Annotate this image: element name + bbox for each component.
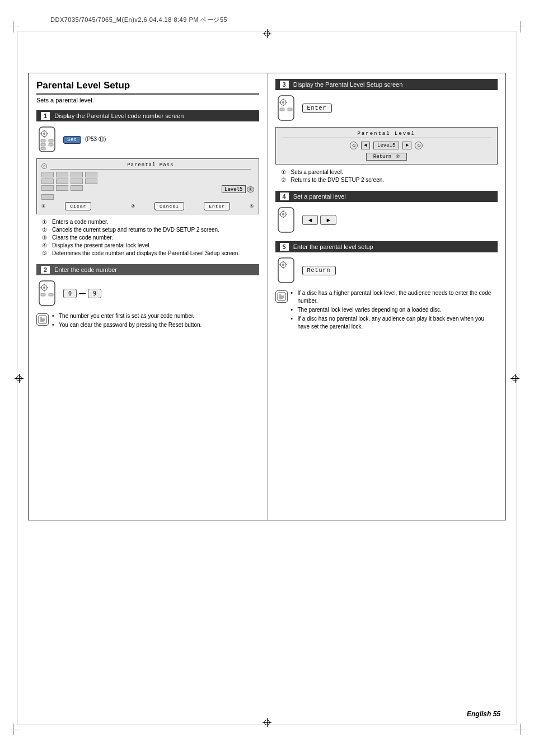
crosshair-right xyxy=(510,374,519,383)
svg-rect-20 xyxy=(49,293,53,296)
step1-buttons: Set (P53 ⑪) xyxy=(63,135,106,144)
cancel-circle: ② xyxy=(131,204,135,209)
step3-num: 3 xyxy=(280,81,289,88)
step5-header: 5 Enter the parental level setup xyxy=(275,241,498,252)
svg-rect-33 xyxy=(280,108,284,111)
corner-mark-tl xyxy=(10,22,17,29)
left-column: Parental Level Setup Sets a parental lev… xyxy=(29,73,268,520)
step5-bullet2: • The parental lock level varies dependi… xyxy=(291,306,498,314)
parental-level-screen: Parental Level ① ◄ Level5 ► ① Return ② xyxy=(275,127,498,165)
page-title: Parental Level Setup xyxy=(36,80,259,95)
info-svg xyxy=(38,315,47,324)
step2-info-box: • The number you enter first is set as y… xyxy=(36,312,259,330)
pl-circle-right: ① xyxy=(415,142,423,149)
pl-screen-title: Parental Level xyxy=(282,131,492,138)
screen-circle-icon: ○ xyxy=(41,163,47,169)
step2-content-row: 0 — 9 xyxy=(36,280,259,307)
step1-header: 1 Display the Parental Level code number… xyxy=(36,110,259,121)
level-badge-step1: Level5 xyxy=(222,185,246,193)
step4-header: 4 Set a parental level xyxy=(275,191,498,202)
step3-section: 3 Display the Parental Level Setup scree… xyxy=(275,79,498,183)
step1-note2: ② Cancels the current setup and returns … xyxy=(42,227,259,233)
step1-note1: ① Enters a code number. xyxy=(42,219,259,225)
info-icon-step5 xyxy=(275,290,288,303)
step1-notes: ① Enters a code number. ② Cancels the cu… xyxy=(42,219,259,256)
pl-arrow-left[interactable]: ◄ xyxy=(361,142,370,149)
svg-rect-19 xyxy=(41,293,45,296)
step3-content-row: Enter xyxy=(275,95,498,121)
info-svg-5 xyxy=(277,292,286,301)
info-icon-step2 xyxy=(36,313,49,326)
step3-label: Display the Parental Level Setup screen xyxy=(293,81,403,88)
screen-circle-indicator: ① xyxy=(41,204,45,209)
dash-separator: — xyxy=(79,289,86,297)
arrow-left-btn[interactable]: ◄ xyxy=(302,215,318,225)
svg-rect-21 xyxy=(39,316,46,323)
svg-rect-7 xyxy=(41,139,45,142)
svg-point-37 xyxy=(282,213,284,215)
cancel-btn[interactable]: Cancel xyxy=(154,202,184,210)
instruction-box: Parental Level Setup Sets a parental lev… xyxy=(28,73,506,520)
return-circle: ② xyxy=(396,154,400,159)
step2-num: 2 xyxy=(41,266,50,274)
step5-num: 5 xyxy=(280,243,289,251)
screen-bottom: ① Clear ② Cancel Enter ⑤ xyxy=(41,202,254,210)
step5-bullet1: • If a disc has a higher parental lock l… xyxy=(291,289,498,305)
main-content: Parental Level Setup Sets a parental lev… xyxy=(28,73,506,700)
step1-note4: ④ Displays the present parental lock lev… xyxy=(42,242,259,248)
key-9[interactable]: 9 xyxy=(88,289,101,298)
step1-hint: (P53 ⑪) xyxy=(85,136,106,142)
enter-btn-step3[interactable]: Enter xyxy=(302,104,332,113)
svg-point-14 xyxy=(43,287,45,289)
svg-point-44 xyxy=(282,264,284,266)
remote-icon-step1 xyxy=(36,126,58,153)
svg-rect-42 xyxy=(278,258,294,283)
num-keys: 0 — 9 xyxy=(63,289,101,298)
step4-label: Set a parental level xyxy=(293,193,346,200)
step5-info-box: • If a disc has a higher parental lock l… xyxy=(275,289,498,332)
step3-header: 3 Display the Parental Level Setup scree… xyxy=(275,79,498,90)
step5-content-row: Return xyxy=(275,257,498,284)
subtitle: Sets a parental level. xyxy=(36,97,259,104)
remote-icon-step5 xyxy=(275,257,297,284)
step1-section: 1 Display the Parental Level code number… xyxy=(36,110,259,256)
step5-section: 5 Enter the parental level setup Return xyxy=(275,241,498,332)
set-button[interactable]: Set xyxy=(63,136,81,144)
clear-btn[interactable]: Clear xyxy=(65,202,91,210)
crosshair-top xyxy=(263,29,271,38)
right-column: 3 Display the Parental Level Setup scree… xyxy=(268,73,506,520)
pl-arrow-right[interactable]: ► xyxy=(402,142,411,149)
step2-bullet1: • The number you enter first is set as y… xyxy=(52,312,202,320)
svg-point-28 xyxy=(282,101,284,104)
corner-mark-bl xyxy=(10,727,17,734)
screen-keypad-rows: Level5 ④ xyxy=(41,172,254,200)
arrow-right-btn[interactable]: ► xyxy=(320,215,336,225)
step1-note3: ③ Clears the code number. xyxy=(42,234,259,241)
corner-mark-tr xyxy=(517,22,524,29)
screen-title: Parental Pass xyxy=(50,162,251,170)
step2-section: 2 Enter the code number xyxy=(36,264,259,330)
step1-content-row: Set (P53 ⑪) xyxy=(36,126,259,153)
pl-level-row: ① ◄ Level5 ► ① xyxy=(282,142,492,149)
step2-header: 2 Enter the code number xyxy=(36,264,259,275)
step4-num: 4 xyxy=(280,192,289,200)
svg-rect-8 xyxy=(49,139,53,142)
step3-note1: ① Sets a parental level. xyxy=(281,169,498,175)
remote-icon-step3 xyxy=(275,95,297,121)
parental-pass-screen: ○ Parental Pass xyxy=(36,158,259,214)
return-btn-step5[interactable]: Return xyxy=(302,266,336,275)
crosshair-left xyxy=(15,374,24,383)
svg-rect-9 xyxy=(41,143,45,146)
crosshair-bottom xyxy=(263,718,271,727)
svg-rect-34 xyxy=(288,108,292,111)
key-0[interactable]: 0 xyxy=(63,289,77,298)
step1-num: 1 xyxy=(41,112,50,120)
remote-icon-step2 xyxy=(36,280,58,307)
step5-info-text: • If a disc has a higher parental lock l… xyxy=(291,289,498,332)
step5-label: Enter the parental level setup xyxy=(293,243,373,250)
step4-section: 4 Set a parental level ◄ xyxy=(275,191,498,233)
pl-return-btn: Return ② xyxy=(366,153,407,161)
enter-btn-step1[interactable]: Enter xyxy=(204,202,230,210)
svg-point-2 xyxy=(43,133,45,135)
level-circle: ④ xyxy=(247,186,254,192)
